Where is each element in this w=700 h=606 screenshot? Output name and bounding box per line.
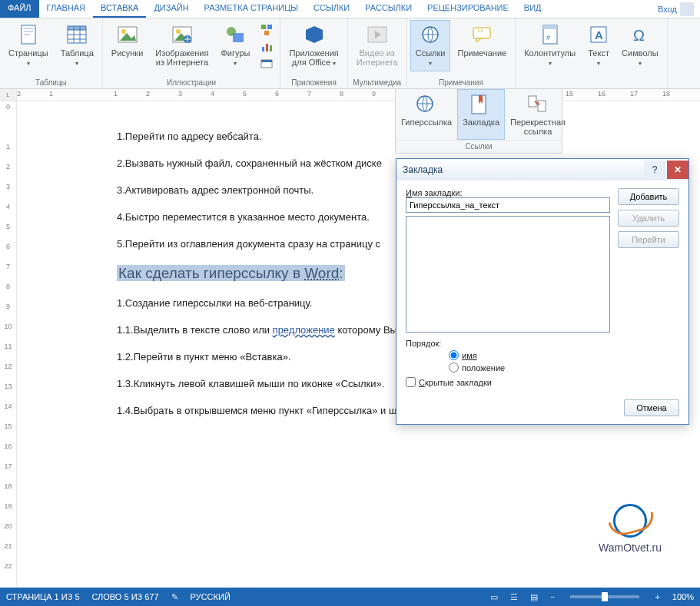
group-illustrations-label: Иллюстрации	[167, 78, 216, 88]
cancel-button[interactable]: Отмена	[624, 399, 679, 416]
tab-view[interactable]: ВИД	[516, 0, 549, 18]
tab-references[interactable]: ССЫЛКИ	[306, 0, 357, 18]
svg-rect-2	[24, 31, 33, 32]
vertical-ruler[interactable]: 012345678910111213141516171819202122	[0, 101, 17, 593]
screenshot-button[interactable]	[258, 55, 275, 72]
links-button[interactable]: Ссылки▾	[410, 20, 451, 71]
svg-rect-44	[538, 101, 546, 111]
online-picture-icon	[171, 24, 193, 45]
dialog-help-button[interactable]: ?	[644, 161, 665, 179]
pages-button[interactable]: Страницы▾	[3, 20, 54, 71]
tab-home[interactable]: ГЛАВНАЯ	[39, 0, 93, 18]
dialog-close-button[interactable]: ✕	[667, 161, 688, 179]
bookmark-button[interactable]: Закладка	[457, 89, 505, 140]
group-media-label: Мультимедиа	[353, 78, 401, 88]
comment-icon	[471, 24, 493, 45]
smartart-button[interactable]	[258, 22, 275, 38]
picture-icon	[117, 24, 138, 45]
shapes-icon	[224, 24, 246, 45]
zoom-out-button[interactable]: −	[550, 592, 555, 601]
tab-file[interactable]: ФАЙЛ	[0, 0, 39, 18]
ribbon: Страницы▾ Таблица▾ Таблицы Рисунки Изобр…	[0, 18, 700, 89]
order-location-radio[interactable]	[449, 363, 459, 373]
apps-icon	[304, 24, 325, 45]
video-icon	[367, 24, 388, 45]
ruler-area: L 21123456789101112131415161718	[0, 89, 700, 101]
text-button[interactable]: A Текст▾	[582, 20, 615, 71]
crossref-icon	[527, 94, 549, 116]
web-layout-icon[interactable]: ▤	[530, 592, 538, 602]
svg-point-15	[176, 29, 181, 34]
links-dropdown-label: Ссылки	[396, 140, 562, 153]
page-icon	[18, 24, 39, 45]
svg-rect-3	[24, 34, 30, 35]
hyperlink-button[interactable]: Гиперссылка	[396, 89, 457, 140]
svg-rect-25	[270, 45, 272, 51]
doc-heading: Как сделать гиперссылку в Word:	[117, 265, 345, 281]
zoom-value[interactable]: 100%	[672, 592, 694, 601]
link-icon	[420, 24, 441, 45]
symbol-icon: Ω	[629, 24, 651, 45]
online-pictures-button[interactable]: Изображения из Интернета	[150, 20, 214, 71]
svg-marker-28	[306, 26, 323, 43]
symbols-button[interactable]: Ω Символы▾	[616, 20, 664, 71]
watermark: WamOtvet.ru	[599, 504, 662, 555]
horizontal-ruler[interactable]: 21123456789101112131415161718	[17, 89, 700, 101]
svg-rect-1	[24, 28, 33, 29]
status-words[interactable]: СЛОВО 5 ИЗ 677	[92, 592, 159, 601]
table-icon	[66, 24, 88, 45]
status-page[interactable]: СТРАНИЦА 1 ИЗ 5	[6, 592, 80, 601]
bookmark-name-input[interactable]	[406, 197, 610, 213]
pictures-button[interactable]: Рисунки	[106, 20, 149, 61]
status-bar: СТРАНИЦА 1 ИЗ 5 СЛОВО 5 ИЗ 677 ✎ РУССКИЙ…	[0, 588, 700, 606]
bookmark-name-label: Имя закладки:	[406, 188, 610, 197]
table-button[interactable]: Таблица▾	[55, 20, 99, 71]
add-button[interactable]: Добавить	[618, 188, 679, 205]
tab-layout[interactable]: РАЗМЕТКА СТРАНИЦЫ	[197, 0, 306, 18]
bookmark-listbox[interactable]	[406, 216, 610, 333]
menu-tabs: ФАЙЛ ГЛАВНАЯ ВСТАВКА ДИЗАЙН РАЗМЕТКА СТР…	[0, 0, 700, 18]
crossref-button[interactable]: Перекрестная ссылка	[505, 89, 571, 140]
order-name-radio[interactable]	[449, 350, 459, 360]
tab-design[interactable]: ДИЗАЙН	[146, 0, 196, 18]
tab-mailings[interactable]: РАССЫЛКИ	[357, 0, 420, 18]
print-layout-icon[interactable]: ☰	[510, 592, 518, 602]
goto-button[interactable]: Перейти	[618, 231, 679, 248]
watermark-icon	[613, 504, 647, 538]
login-link[interactable]: Вход	[652, 0, 700, 18]
online-video-button[interactable]: Видео из Интернета	[351, 20, 403, 71]
group-tables-label: Таблицы	[35, 78, 67, 88]
tab-review[interactable]: РЕЦЕНЗИРОВАНИЕ	[420, 0, 516, 18]
svg-rect-10	[68, 26, 86, 30]
svg-rect-27	[261, 60, 272, 62]
bookmark-icon	[470, 94, 492, 116]
svg-rect-23	[262, 47, 264, 51]
group-comments-label: Примечания	[439, 78, 483, 88]
svg-marker-33	[476, 38, 481, 42]
group-apps-label: Приложения	[291, 78, 337, 88]
svg-text:A: A	[595, 28, 603, 41]
header-footer-button[interactable]: # Колонтитулы▾	[519, 20, 581, 71]
online-pictures-label: Изображения из Интернета	[155, 48, 208, 67]
office-apps-button[interactable]: Приложения для Office ▾	[284, 20, 343, 71]
textbox-icon: A	[588, 24, 609, 45]
status-language[interactable]: РУССКИЙ	[191, 592, 231, 601]
svg-text:Ω: Ω	[633, 27, 645, 44]
tab-insert[interactable]: ВСТАВКА	[93, 0, 146, 18]
svg-rect-19	[233, 33, 244, 42]
doc-line-1: 1.Перейти по адресу вебсайта.	[117, 131, 669, 144]
shapes-button[interactable]: Фигуры▾	[215, 20, 255, 71]
read-mode-icon[interactable]: ▭	[490, 592, 498, 602]
proofing-icon[interactable]: ✎	[171, 592, 178, 602]
comment-button[interactable]: Примечание	[452, 20, 512, 61]
avatar-icon	[680, 2, 694, 16]
chart-button[interactable]	[258, 38, 275, 55]
delete-button[interactable]: Удалить	[618, 210, 679, 227]
dialog-titlebar[interactable]: Закладка ? ✕	[396, 159, 688, 180]
svg-rect-21	[267, 25, 272, 29]
hidden-bookmarks-checkbox[interactable]	[406, 377, 416, 387]
dialog-title-text: Закладка	[403, 164, 443, 175]
svg-rect-24	[266, 44, 268, 51]
zoom-slider[interactable]	[570, 595, 639, 598]
zoom-in-button[interactable]: +	[655, 592, 659, 601]
